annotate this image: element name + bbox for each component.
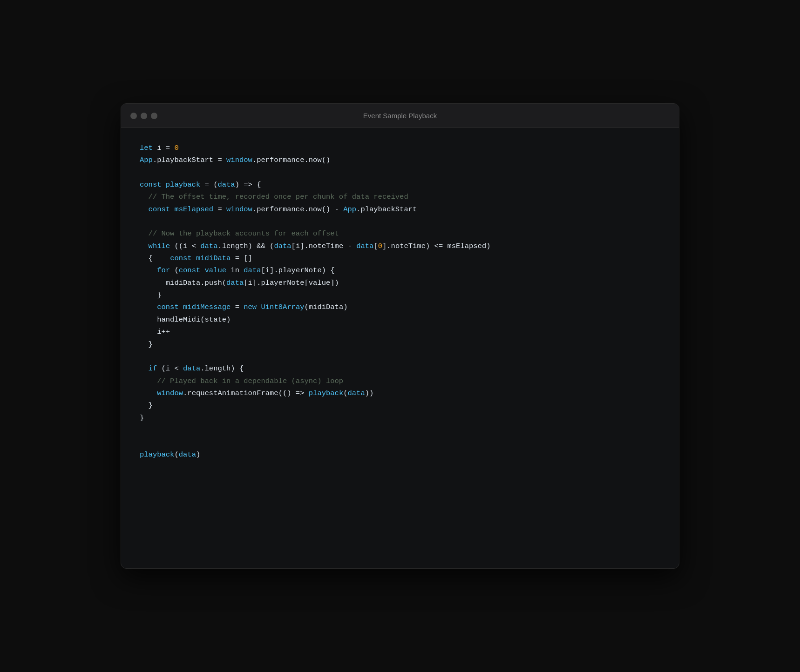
maximize-button[interactable] (151, 113, 157, 119)
code-line: while ((i < data.length) && (data[i].not… (140, 240, 660, 252)
code-line: playback(data) (140, 449, 660, 461)
code-line: for (const value in data[i].playerNote) … (140, 264, 660, 276)
window-title: Event Sample Playback (363, 112, 437, 120)
blank-line (140, 215, 660, 228)
code-line: } (140, 289, 660, 301)
blank-line (140, 436, 660, 448)
blank-line (140, 424, 660, 436)
code-line: // Now the playback accounts for each of… (140, 228, 660, 240)
minimize-button[interactable] (141, 113, 147, 119)
blank-line (140, 350, 660, 363)
code-line: const playback = (data) => { (140, 179, 660, 191)
code-line: handleMidi(state) (140, 314, 660, 326)
traffic-lights (130, 113, 157, 119)
blank-line (140, 167, 660, 179)
code-line: i++ (140, 326, 660, 338)
code-window: Event Sample Playback let i = 0 App.play… (121, 103, 679, 569)
code-line: } (140, 338, 660, 350)
code-editor: let i = 0 App.playbackStart = window.per… (121, 128, 679, 475)
code-line: } (140, 399, 660, 411)
code-line: window.requestAnimationFrame(() => playb… (140, 387, 660, 399)
code-line: const midiMessage = new Uint8Array(midiD… (140, 301, 660, 313)
code-line: // Played back in a dependable (async) l… (140, 375, 660, 387)
code-line: // The offset time, recorded once per ch… (140, 191, 660, 203)
code-line: midiData.push(data[i].playerNote[value]) (140, 277, 660, 289)
code-line: let i = 0 (140, 142, 660, 154)
code-line: } (140, 412, 660, 424)
close-button[interactable] (130, 113, 137, 119)
code-line: App.playbackStart = window.performance.n… (140, 154, 660, 166)
code-line: if (i < data.length) { (140, 363, 660, 375)
code-line: { const midiData = [] (140, 252, 660, 264)
titlebar: Event Sample Playback (121, 104, 679, 128)
code-line: const msElapsed = window.performance.now… (140, 203, 660, 215)
